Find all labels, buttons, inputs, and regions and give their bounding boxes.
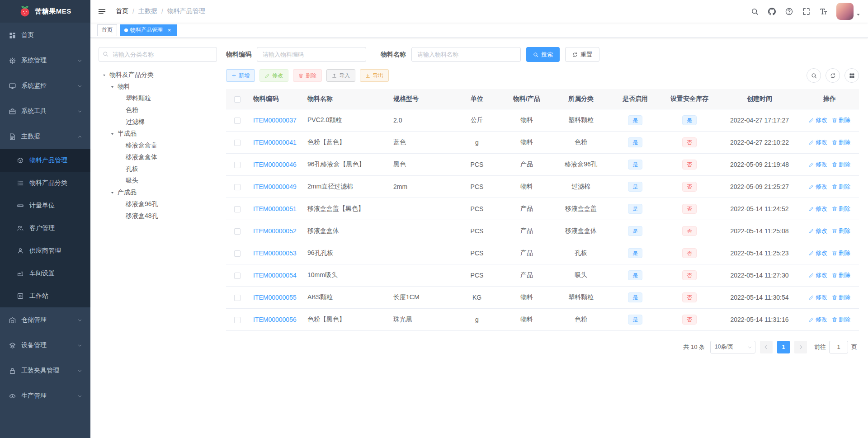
tree-node[interactable]: 移液盒盒盖 bbox=[99, 140, 217, 151]
tab-close-icon[interactable]: × bbox=[166, 27, 173, 33]
row-delete-button[interactable]: 删除 bbox=[832, 227, 850, 235]
sidebar-item-fixture-mgmt[interactable]: 工装夹具管理 bbox=[0, 358, 90, 383]
select-all-checkbox[interactable] bbox=[234, 96, 241, 103]
material-code-link[interactable]: ITEM00000041 bbox=[253, 139, 297, 146]
material-code-link[interactable]: ITEM00000053 bbox=[253, 250, 297, 257]
page-size-select[interactable]: 10条/页 bbox=[710, 341, 755, 353]
material-code-input[interactable] bbox=[257, 47, 366, 62]
tree-node[interactable]: 半成品 bbox=[99, 128, 217, 140]
sidebar-item-measure-unit[interactable]: 计量单位 bbox=[0, 194, 90, 217]
sidebar-item-system-monitor[interactable]: 系统监控 bbox=[0, 73, 90, 99]
tree-node[interactable]: 物料 bbox=[99, 81, 217, 93]
row-delete-button[interactable]: 删除 bbox=[832, 160, 850, 169]
row-checkbox[interactable] bbox=[234, 140, 241, 146]
tree-node[interactable]: 产成品 bbox=[99, 187, 217, 198]
sidebar-toggle-button[interactable] bbox=[90, 0, 113, 23]
row-delete-button[interactable]: 删除 bbox=[832, 316, 850, 324]
reset-button[interactable]: 重置 bbox=[565, 47, 599, 62]
material-name-input[interactable] bbox=[411, 47, 521, 62]
toggle-search-button[interactable] bbox=[807, 68, 821, 83]
sidebar-item-system-mgmt[interactable]: 系统管理 bbox=[0, 48, 90, 73]
sidebar-item-system-tools[interactable]: 系统工具 bbox=[0, 99, 90, 124]
category-search-input[interactable] bbox=[99, 47, 217, 62]
row-checkbox[interactable] bbox=[234, 317, 241, 323]
row-edit-button[interactable]: 修改 bbox=[809, 138, 827, 146]
tree-caret-icon[interactable] bbox=[99, 73, 109, 77]
app-logo[interactable]: 苦糖果MES bbox=[0, 0, 90, 23]
row-edit-button[interactable]: 修改 bbox=[809, 249, 827, 257]
row-edit-button[interactable]: 修改 bbox=[809, 160, 827, 169]
sidebar-item-warehouse-mgmt[interactable]: 仓储管理 bbox=[0, 307, 90, 333]
sidebar-item-equipment-mgmt[interactable]: 设备管理 bbox=[0, 333, 90, 358]
sidebar-item-master-data[interactable]: 主数据 bbox=[0, 124, 90, 149]
row-edit-button[interactable]: 修改 bbox=[809, 227, 827, 235]
tree-node[interactable]: 移液盒48孔 bbox=[99, 210, 217, 222]
fullscreen-button[interactable] bbox=[797, 0, 815, 23]
page-number-1[interactable]: 1 bbox=[777, 341, 790, 353]
delete-button[interactable]: 删除 bbox=[293, 69, 322, 82]
row-checkbox[interactable] bbox=[234, 206, 241, 212]
row-checkbox[interactable] bbox=[234, 250, 241, 257]
row-delete-button[interactable]: 删除 bbox=[832, 183, 850, 191]
tree-node[interactable]: 过滤棉 bbox=[99, 116, 217, 128]
row-delete-button[interactable]: 删除 bbox=[832, 293, 850, 301]
tree-caret-icon[interactable] bbox=[107, 132, 118, 136]
row-delete-button[interactable]: 删除 bbox=[832, 271, 850, 279]
tree-node[interactable]: 色粉 bbox=[99, 104, 217, 116]
edit-button[interactable]: 修改 bbox=[259, 69, 288, 82]
sidebar-item-supplier-mgmt[interactable]: 供应商管理 bbox=[0, 240, 90, 262]
sidebar-item-material-product-mgmt[interactable]: 物料产品管理 bbox=[0, 149, 90, 172]
material-code-link[interactable]: ITEM00000054 bbox=[253, 272, 297, 279]
row-edit-button[interactable]: 修改 bbox=[809, 316, 827, 324]
row-delete-button[interactable]: 删除 bbox=[832, 116, 850, 124]
tab-home[interactable]: 首页 bbox=[97, 24, 117, 36]
help-button[interactable] bbox=[780, 0, 797, 23]
next-page-button[interactable] bbox=[794, 341, 807, 353]
row-edit-button[interactable]: 修改 bbox=[809, 271, 827, 279]
row-checkbox[interactable] bbox=[234, 273, 241, 279]
tree-node[interactable]: 移液盒盒体 bbox=[99, 151, 217, 163]
sidebar-item-workstation[interactable]: 工作站 bbox=[0, 285, 90, 307]
row-checkbox[interactable] bbox=[234, 295, 241, 301]
row-delete-button[interactable]: 删除 bbox=[832, 138, 850, 146]
goto-page-input[interactable] bbox=[829, 341, 848, 353]
material-code-link[interactable]: ITEM00000037 bbox=[253, 117, 297, 124]
font-size-button[interactable] bbox=[815, 0, 832, 23]
export-button[interactable]: 导出 bbox=[360, 69, 389, 82]
material-code-link[interactable]: ITEM00000051 bbox=[253, 205, 297, 212]
row-edit-button[interactable]: 修改 bbox=[809, 116, 827, 124]
tree-caret-icon[interactable] bbox=[107, 85, 118, 89]
refresh-button[interactable] bbox=[826, 68, 840, 83]
search-button[interactable]: 搜索 bbox=[526, 47, 560, 62]
tree-node[interactable]: 吸头 bbox=[99, 175, 217, 187]
row-delete-button[interactable]: 删除 bbox=[832, 249, 850, 257]
row-checkbox[interactable] bbox=[234, 184, 241, 190]
tree-node[interactable]: 物料及产品分类 bbox=[99, 69, 217, 81]
row-delete-button[interactable]: 删除 bbox=[832, 205, 850, 213]
breadcrumb-home[interactable]: 首页 bbox=[116, 7, 128, 15]
material-code-link[interactable]: ITEM00000046 bbox=[253, 161, 297, 168]
tree-node[interactable]: 塑料颗粒 bbox=[99, 93, 217, 104]
add-button[interactable]: 新增 bbox=[226, 69, 255, 82]
sidebar-item-material-product-category[interactable]: 物料产品分类 bbox=[0, 172, 90, 194]
header-search-button[interactable] bbox=[746, 0, 763, 23]
toggle-columns-button[interactable] bbox=[844, 68, 859, 83]
row-checkbox[interactable] bbox=[234, 228, 241, 235]
tree-caret-icon[interactable] bbox=[107, 191, 118, 195]
sidebar-item-workshop-settings[interactable]: 车间设置 bbox=[0, 262, 90, 285]
row-checkbox[interactable] bbox=[234, 118, 241, 124]
row-edit-button[interactable]: 修改 bbox=[809, 183, 827, 191]
tree-node[interactable]: 移液盒96孔 bbox=[99, 198, 217, 210]
user-menu[interactable] bbox=[836, 3, 861, 20]
sidebar-item-customer-mgmt[interactable]: 客户管理 bbox=[0, 217, 90, 240]
github-button[interactable] bbox=[763, 0, 780, 23]
tree-node[interactable]: 孔板 bbox=[99, 163, 217, 175]
sidebar-item-home[interactable]: 首页 bbox=[0, 23, 90, 48]
material-code-link[interactable]: ITEM00000055 bbox=[253, 294, 297, 301]
material-code-link[interactable]: ITEM00000056 bbox=[253, 316, 297, 323]
row-edit-button[interactable]: 修改 bbox=[809, 205, 827, 213]
row-checkbox[interactable] bbox=[234, 162, 241, 168]
prev-page-button[interactable] bbox=[760, 341, 773, 353]
material-code-link[interactable]: ITEM00000049 bbox=[253, 183, 297, 190]
sidebar-item-production-mgmt[interactable]: 生产管理 bbox=[0, 383, 90, 409]
